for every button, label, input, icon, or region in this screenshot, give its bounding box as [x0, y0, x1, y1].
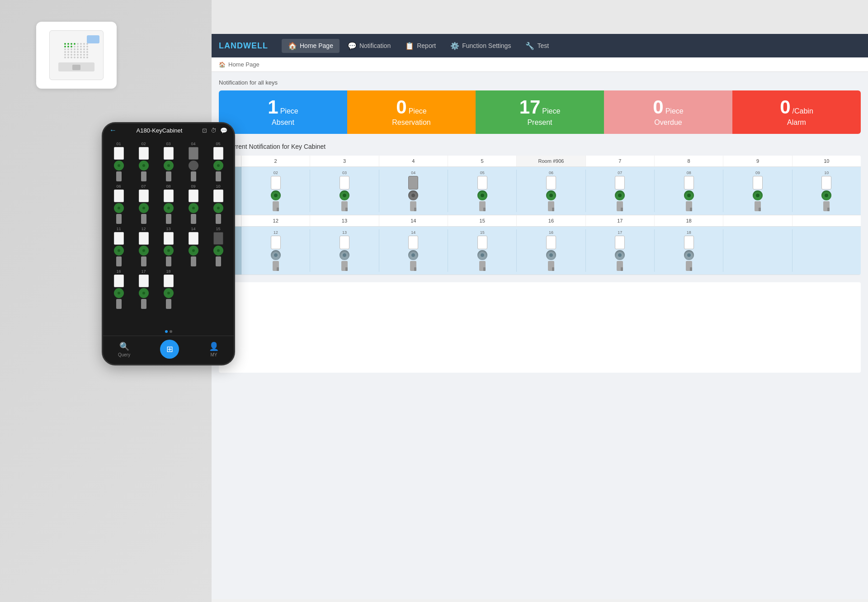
slot-empty-1	[723, 229, 792, 272]
key-ring-09	[753, 190, 763, 200]
col-header-13: 13	[310, 215, 379, 226]
key-card-03	[340, 176, 349, 190]
key-shaft-07	[617, 201, 623, 211]
col-header-empty-2	[793, 215, 861, 226]
tablet-key-tag	[213, 190, 223, 202]
brand-well: WELL	[243, 41, 268, 50]
nav-item-test[interactable]: 🔧 Test	[519, 39, 555, 53]
home-button[interactable]: ⊞	[160, 340, 179, 359]
slot-empty-2	[793, 229, 861, 272]
tablet-icon-expand[interactable]: ⊡	[202, 127, 207, 134]
slot-10[interactable]: 10	[793, 170, 861, 212]
tablet-bottom-bar: 🔍 Query ⊞ 👤 MY	[103, 336, 234, 364]
slot-12[interactable]: 12	[241, 229, 310, 272]
key-ring-13	[340, 250, 349, 260]
key-shaft-18	[686, 261, 692, 271]
nav-item-function-settings[interactable]: ⚙️ Function Settings	[444, 39, 517, 53]
tablet-icon-msg[interactable]: 💬	[220, 127, 227, 134]
tablet-title: A180-KeyCabinet	[137, 127, 183, 134]
slot-16[interactable]: 16	[517, 229, 585, 272]
nav-item-report[interactable]: 📋 Report	[399, 39, 442, 53]
tablet-back-button[interactable]: ←	[109, 126, 117, 134]
slot-05[interactable]: 05	[448, 170, 517, 212]
slot-03[interactable]: 03	[310, 170, 379, 212]
summary-cards: 1 Piece Absent 0 Piece Reservation 17 Pi…	[219, 90, 861, 134]
key-card-09	[753, 176, 763, 190]
key-ring-08	[684, 190, 694, 200]
page-dot-2	[170, 330, 172, 333]
absent-unit: Piece	[280, 107, 298, 115]
tablet-key-fob	[139, 161, 149, 171]
report-nav-icon: 📋	[405, 42, 414, 50]
tablet-key-tag	[189, 190, 198, 202]
my-icon: 👤	[209, 341, 219, 351]
slot-13[interactable]: 13	[310, 229, 379, 272]
tablet-slot-03: 03	[157, 142, 179, 181]
key-card-10	[821, 176, 831, 190]
tablet-key-tag	[114, 147, 124, 160]
header-row-2: 12 13 14 15 16 17 18	[219, 215, 861, 227]
overdue-unit: Piece	[665, 107, 684, 115]
key-ring-07	[615, 190, 625, 200]
slot-04[interactable]: 04	[379, 170, 448, 212]
tablet-nav-my[interactable]: 👤 MY	[209, 341, 219, 357]
tablet-icon-clock[interactable]: ⏱	[211, 127, 217, 134]
device-dots	[64, 43, 89, 59]
key-shaft-08	[686, 201, 692, 211]
tablet-key-fob	[114, 203, 124, 213]
cabinet-grid: 2 3 4 5 Room #906 7 8 9 10 y 02	[219, 156, 861, 275]
tablet-key-tag	[139, 275, 149, 287]
key-card-16	[546, 236, 556, 249]
tablet-device: ← A180-KeyCabinet ⊡ ⏱ 💬 01 02	[102, 122, 235, 365]
card-absent[interactable]: 1 Piece Absent	[219, 90, 347, 134]
key-shaft-13	[341, 261, 348, 271]
notification-nav-icon: 💬	[348, 42, 357, 50]
slot-18[interactable]: 18	[655, 229, 723, 272]
section-title: Current Notification for Key Cabinet	[226, 143, 326, 150]
tablet-slot-15: 15	[207, 227, 229, 266]
slot-15[interactable]: 15	[448, 229, 517, 272]
query-icon: 🔍	[119, 341, 129, 351]
slot-08[interactable]: 08	[655, 170, 723, 212]
tablet-key-fob	[139, 246, 149, 256]
card-overdue[interactable]: 0 Piece Overdue	[604, 90, 732, 134]
slot-07[interactable]: 07	[586, 170, 655, 212]
card-alarm[interactable]: 0 /Cabin Alarm	[732, 90, 861, 134]
key-ring-06	[546, 190, 556, 200]
nav-items: 🏠 Home Page 💬 Notification 📋 Report ⚙️ F…	[282, 39, 861, 53]
tablet-key-fob	[189, 246, 198, 256]
card-reservation[interactable]: 0 Piece Reservation	[347, 90, 476, 134]
slot-14[interactable]: 14	[379, 229, 448, 272]
device-panel	[58, 62, 94, 71]
slot-09[interactable]: 09	[723, 170, 792, 212]
nav-item-notification-label: Notification	[359, 42, 391, 49]
device-display	[87, 35, 99, 43]
reservation-unit: Piece	[409, 107, 427, 115]
tablet-key-tag	[213, 147, 223, 160]
tablet-key-tag	[164, 275, 174, 287]
tablet-nav-query[interactable]: 🔍 Query	[118, 341, 130, 357]
tablet-slot-02: 02	[132, 142, 155, 181]
col-header-5: 5	[448, 156, 517, 166]
slot-17[interactable]: 17	[586, 229, 655, 272]
col-header-9: 9	[723, 156, 792, 166]
tablet-key-fob	[139, 203, 149, 213]
nav-item-notification[interactable]: 💬 Notification	[341, 39, 397, 53]
key-shaft-09	[755, 201, 761, 211]
tablet-slot-07: 07	[132, 184, 155, 224]
slot-06[interactable]: 06	[517, 170, 585, 212]
overdue-label: Overdue	[654, 119, 682, 127]
navbar: LANDWELL 🏠 Home Page 💬 Notification 📋 Re…	[212, 34, 868, 57]
nav-item-home[interactable]: 🏠 Home Page	[282, 39, 340, 53]
slot-02[interactable]: 02	[241, 170, 310, 212]
tablet-slot-10: 10	[207, 184, 229, 224]
tablet-key-body	[166, 299, 171, 309]
notification-label: Notification for all keys	[219, 79, 861, 86]
alarm-label: Alarm	[787, 119, 806, 127]
tablet-key-body	[166, 256, 171, 266]
header-cols-2: 12 13 14 15 16 17 18	[241, 215, 861, 227]
tablet-nav-home[interactable]: ⊞	[160, 340, 179, 359]
tablet-key-body	[116, 171, 122, 181]
nav-item-function-settings-label: Function Settings	[462, 42, 511, 49]
card-present[interactable]: 17 Piece Present	[476, 90, 604, 134]
